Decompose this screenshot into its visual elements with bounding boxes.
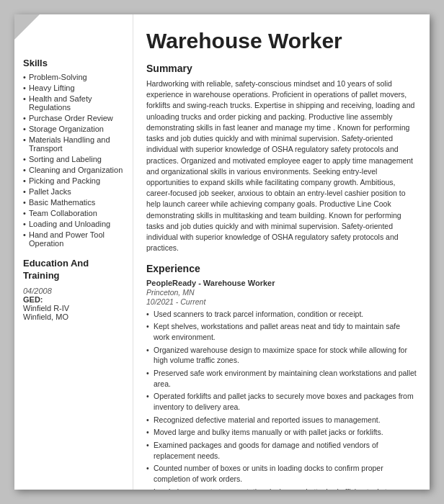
bullet-item: Operated forklifts and pallet jacks to s… <box>146 391 417 412</box>
bullet-item: Examined packages and goods for damage a… <box>146 440 417 461</box>
corner-fold <box>14 14 40 40</box>
skill-item: Hand and Power Tool Operation <box>23 230 124 248</box>
bullet-item: Organized warehouse design to maximize s… <box>146 345 417 366</box>
summary-section: Summary Hardworking with reliable, safet… <box>146 63 417 254</box>
education-school: Winfield R-IV <box>23 304 124 312</box>
skill-item: Problem-Solving <box>23 73 124 81</box>
skill-item: Storage Organization <box>23 125 124 133</box>
bullet-item: Loaded cargo onto transportation devices… <box>146 487 417 490</box>
resume-title: Warehouse Worker <box>146 29 417 53</box>
skill-item: Team Collaboration <box>23 209 124 217</box>
education-degree: GED: <box>23 295 124 304</box>
skill-item: Basic Mathematics <box>23 198 124 207</box>
main-content: Warehouse Worker Summary Hardworking wit… <box>133 14 430 490</box>
skill-item: Purchase Order Review <box>23 114 124 122</box>
skill-item: Pallet Jacks <box>23 187 124 196</box>
summary-text: Hardworking with reliable, safety-consci… <box>146 78 417 254</box>
resume-layout: Skills Problem-Solving Heavy Lifting Hea… <box>14 14 430 490</box>
skill-item: Cleaning and Organization <box>23 166 124 174</box>
skill-item: Heavy Lifting <box>23 84 124 92</box>
bullet-item: Moved large and bulky items manually or … <box>146 427 417 438</box>
education-date: 04/2008 <box>23 287 124 295</box>
skill-item: Sorting and Labeling <box>23 155 124 163</box>
education-location: Winfield, MO <box>23 312 124 321</box>
bullet-item: Kept shelves, workstations and pallet ar… <box>146 321 417 342</box>
experience-title: Experience <box>146 263 417 274</box>
job-bullets: Used scanners to track parcel informatio… <box>146 309 417 490</box>
skill-item: Health and Safety Regulations <box>23 94 124 112</box>
skill-item: Picking and Packing <box>23 176 124 185</box>
sidebar: Skills Problem-Solving Heavy Lifting Hea… <box>14 14 133 490</box>
skill-item: Materials Handling and Transport <box>23 135 124 153</box>
bullet-item: Preserved safe work environment by maint… <box>146 368 417 389</box>
bullet-item: Recognized defective material and report… <box>146 415 417 426</box>
experience-section: Experience PeopleReady - Warehouse Worke… <box>146 263 417 490</box>
skill-item: Loading and Unloading <box>23 220 124 228</box>
summary-title: Summary <box>146 63 417 74</box>
skills-section-title: Skills <box>23 58 124 68</box>
education-section-title: Education AndTraining <box>23 258 124 282</box>
job-dates: 10/2021 - Current <box>146 297 417 306</box>
job-location: Princeton, MN <box>146 288 417 297</box>
job-company: PeopleReady - Warehouse Worker <box>146 279 417 287</box>
bullet-item: Used scanners to track parcel informatio… <box>146 309 417 320</box>
skills-list: Problem-Solving Heavy Lifting Health and… <box>23 73 124 248</box>
bullet-item: Counted number of boxes or units in load… <box>146 463 417 484</box>
education-section: Education AndTraining 04/2008 GED: Winfi… <box>23 258 124 321</box>
resume-page: Skills Problem-Solving Heavy Lifting Hea… <box>14 14 430 490</box>
